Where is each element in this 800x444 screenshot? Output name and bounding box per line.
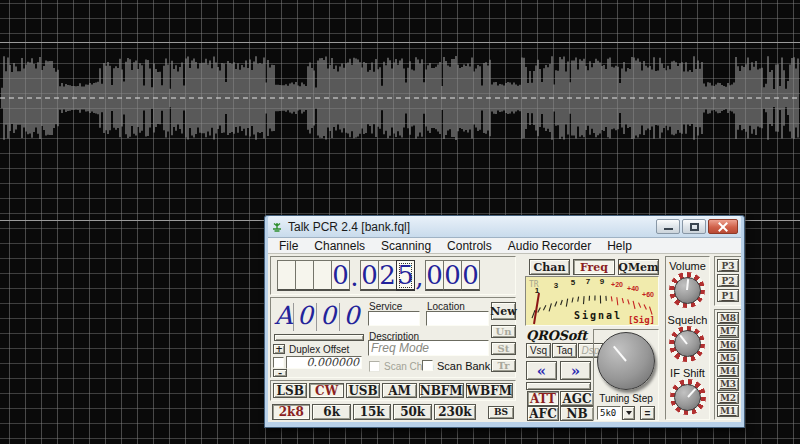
freq-digit[interactable] (313, 260, 332, 291)
channel-panel: A 0 0 0 + Duplex Offset 0.000000 - Servi… (270, 297, 516, 378)
menu-help[interactable]: Help (599, 239, 640, 253)
st-button[interactable]: St (491, 342, 516, 355)
freq-digit[interactable]: 0 (331, 260, 350, 291)
app-icon (271, 221, 283, 233)
duplex-offset-label: Duplex Offset (289, 344, 349, 355)
if-shift-knob[interactable] (670, 379, 706, 415)
brand-logo: QROSoft (526, 328, 587, 343)
afc-toggle[interactable]: AFC (527, 406, 559, 421)
audio-editor-background: Talk PCR 2.4 [bank.fql] File Channels Sc… (0, 0, 800, 444)
memory-button-group: M8 M7 M6 M5 M4 M3 M2 M1 (714, 309, 741, 420)
step-down-button[interactable]: « (526, 361, 557, 380)
close-button[interactable] (708, 219, 738, 234)
tab-qmem[interactable]: QMem (618, 259, 659, 275)
freq-digit[interactable]: 2 (378, 260, 397, 291)
freq-digit[interactable]: 0 (360, 260, 379, 291)
tuning-slider-bar[interactable] (526, 382, 591, 390)
duplex-offset-value[interactable]: 0.000000 (286, 356, 362, 369)
freq-digit[interactable]: 0 (425, 260, 444, 291)
volume-knob[interactable] (669, 272, 705, 308)
frequency-display: 0 . 0 2 5 , 0 0 0 (270, 256, 516, 295)
mode-nbfm[interactable]: NBFM (419, 383, 464, 398)
filter-row: 2k8 6k 15k 50k 230k BS (270, 403, 516, 421)
tab-chan[interactable]: Chan (529, 259, 570, 275)
un-button[interactable]: Un (491, 325, 516, 338)
location-input[interactable] (426, 311, 489, 326)
freq-comma: , (414, 260, 425, 291)
filter-50k[interactable]: 50k (393, 404, 431, 420)
m4-button[interactable]: M4 (717, 365, 739, 377)
titlebar[interactable]: Talk PCR 2.4 [bank.fql] (268, 216, 741, 237)
mode-wbfm[interactable]: WBFM (466, 383, 513, 398)
freq-digit[interactable] (277, 260, 296, 291)
p2-button[interactable]: P2 (717, 274, 739, 287)
m3-button[interactable]: M3 (717, 378, 739, 390)
chevron-down-icon (626, 411, 632, 415)
duplex-plus-button[interactable]: + (273, 344, 285, 354)
duplex-minus-button[interactable]: - (273, 369, 287, 377)
channel-digit: 0 (317, 303, 340, 331)
nb-toggle[interactable]: NB (560, 406, 594, 421)
meter-signal-label: Signal (574, 310, 622, 321)
filter-15k[interactable]: 15k (353, 404, 391, 420)
tuning-step-value[interactable]: 5k0 (597, 406, 621, 420)
p3-button[interactable]: P3 (717, 259, 739, 272)
grid-major-line (0, 42, 800, 43)
att-toggle[interactable]: ATT (527, 391, 559, 406)
menu-controls[interactable]: Controls (439, 239, 500, 253)
menu-file[interactable]: File (271, 239, 306, 253)
preset-button-group: P3 P2 P1 (714, 256, 741, 306)
menubar: File Channels Scanning Controls Audio Re… (268, 237, 741, 254)
channel-slider-bar[interactable] (274, 334, 364, 341)
agc-toggle[interactable]: AGC (560, 391, 594, 406)
m6-button[interactable]: M6 (717, 339, 739, 351)
taq-button[interactable]: Taq (552, 343, 577, 358)
step-up-button[interactable]: » (560, 361, 591, 380)
m2-button[interactable]: M2 (717, 392, 739, 404)
freq-digit[interactable]: 0 (461, 260, 480, 291)
maximize-button[interactable] (682, 219, 706, 234)
volume-knob-pointer (686, 279, 689, 290)
m5-button[interactable]: M5 (717, 352, 739, 364)
scan-bank-label: Scan Bank (437, 360, 490, 372)
vsq-button[interactable]: Vsq (526, 343, 551, 358)
m8-button[interactable]: M8 (717, 312, 739, 324)
freq-decimal-point: . (349, 260, 360, 291)
m1-button[interactable]: M1 (717, 405, 739, 417)
freq-digit[interactable]: 0 (443, 260, 462, 291)
menu-audio-recorder[interactable]: Audio Recorder (500, 239, 599, 253)
bs-button[interactable]: BS (488, 406, 514, 419)
mode-row: LSB CW USB AM NBFM WBFM (270, 380, 516, 401)
tuning-knob[interactable] (597, 332, 655, 390)
meter-scale-40: +40 (627, 285, 639, 292)
meter-scale-5: 5 (571, 278, 576, 287)
filter-6k[interactable]: 6k (312, 404, 350, 420)
p1-button[interactable]: P1 (717, 289, 739, 302)
scan-chan-checkbox[interactable] (369, 361, 380, 372)
service-input[interactable] (368, 311, 420, 326)
equals-button[interactable]: = (640, 406, 655, 420)
filter-230k[interactable]: 230k (434, 404, 476, 420)
mode-cw[interactable]: CW (309, 383, 343, 398)
close-icon (718, 222, 728, 232)
m7-button[interactable]: M7 (717, 325, 739, 337)
scan-bank-checkbox[interactable] (422, 360, 433, 371)
tuning-step-dropdown-button[interactable] (622, 406, 635, 420)
freq-digit-focused[interactable]: 5 (396, 260, 415, 291)
menu-scanning[interactable]: Scanning (373, 239, 439, 253)
mode-usb[interactable]: USB (346, 383, 380, 398)
new-button[interactable]: New (491, 302, 516, 320)
tr-button[interactable]: Tr (491, 359, 516, 372)
meter-scale-20: +20 (611, 281, 623, 288)
filter-2k8[interactable]: 2k8 (272, 404, 310, 420)
minimize-button[interactable] (656, 219, 680, 234)
freq-digit[interactable] (295, 260, 314, 291)
channel-bank: A (274, 303, 294, 331)
squelch-knob[interactable] (669, 326, 705, 362)
mode-lsb[interactable]: LSB (273, 383, 307, 398)
mode-am[interactable]: AM (382, 383, 416, 398)
tab-freq[interactable]: Freq (573, 259, 615, 275)
description-input[interactable] (368, 340, 489, 356)
channel-digit: 0 (340, 303, 363, 331)
menu-channels[interactable]: Channels (306, 239, 373, 253)
